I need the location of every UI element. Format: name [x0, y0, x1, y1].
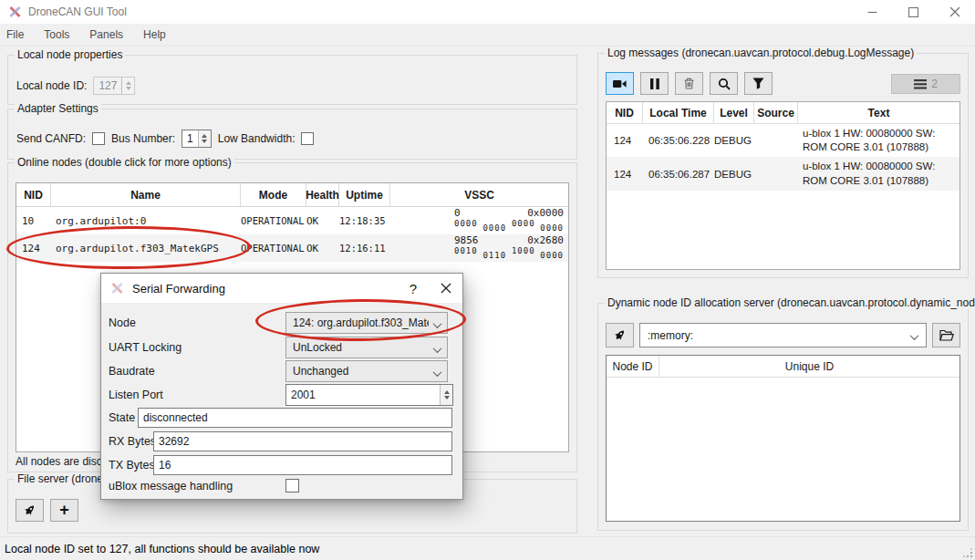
trash-icon	[683, 78, 695, 89]
dialog-title-bar[interactable]: Serial Forwarding ?	[101, 274, 462, 303]
paused-count: 2	[931, 78, 938, 90]
low-bandwidth-label: Low Bandwidth:	[218, 132, 296, 145]
app-icon	[8, 5, 22, 18]
close-button[interactable]	[934, 0, 975, 24]
node-label: Node	[109, 316, 136, 329]
menu-help[interactable]: Help	[133, 28, 176, 41]
status-bar: Local node ID set to 127, all functions …	[0, 536, 975, 560]
group-title: Log messages (dronecan.uavcan.protocol.d…	[605, 47, 917, 59]
listen-port-spinner[interactable]: 2001	[285, 384, 453, 406]
window-controls	[852, 0, 975, 24]
pause-button[interactable]	[640, 72, 669, 95]
spinner-arrows-icon[interactable]	[198, 130, 211, 147]
spinner-arrows-icon[interactable]	[440, 385, 452, 405]
rx-bytes-label: RX Bytes	[109, 435, 156, 448]
start-file-server-button[interactable]	[16, 499, 44, 522]
allocation-table-path-combobox[interactable]: :memory:	[639, 323, 927, 347]
title-bar: DroneCAN GUI Tool	[0, 0, 975, 24]
chevron-down-icon	[910, 331, 919, 340]
dialog-help-button[interactable]: ?	[397, 274, 430, 303]
chevron-down-icon	[433, 344, 442, 353]
spinner-arrows-icon[interactable]	[121, 78, 134, 94]
log-row[interactable]: 124 06:35:06.287 DEBUG u-blox 1 HW: 0008…	[607, 157, 959, 190]
nodes-discovery-status: All nodes are discov	[16, 455, 113, 468]
vssc-bits: 0010 0110 1000 0000	[454, 246, 564, 259]
local-node-id-label: Local node ID:	[16, 79, 87, 92]
send-canfd-label: Send CANFD:	[16, 132, 86, 145]
dialog-title: Serial Forwarding	[132, 282, 225, 296]
dialog-close-button[interactable]	[430, 274, 462, 303]
plus-icon: +	[59, 505, 69, 514]
vssc-decimal: 0	[454, 208, 461, 219]
bus-number-spinner[interactable]: 1	[182, 130, 212, 148]
tx-bytes-field[interactable]: 16	[153, 455, 452, 475]
low-bandwidth-checkbox[interactable]	[301, 132, 314, 145]
state-field[interactable]: disconnected	[138, 408, 452, 428]
baudrate-label: Baudrate	[109, 365, 155, 378]
log-toolbar: 2	[606, 72, 960, 95]
tx-bytes-label: TX Bytes	[109, 459, 155, 472]
browse-file-button[interactable]	[932, 323, 960, 347]
vssc-bits: 0000 0000 0000 0000	[454, 219, 564, 232]
filter-funnel-icon	[752, 78, 764, 89]
start-allocation-server-button[interactable]	[606, 323, 634, 347]
table-header: Node ID Unique ID	[607, 356, 959, 378]
log-messages-group: Log messages (dronecan.uavcan.protocol.d…	[597, 53, 969, 278]
resize-grip[interactable]	[961, 546, 973, 558]
menu-file[interactable]: File	[0, 28, 34, 41]
rocket-icon	[24, 504, 36, 517]
group-title: Local node properties	[15, 48, 125, 61]
vssc-hex: 0x0000	[527, 208, 564, 219]
paused-messages-counter-button[interactable]: 2	[891, 74, 960, 94]
log-messages-table: NID Local Time Level Source Text 124 06:…	[606, 101, 960, 270]
record-button[interactable]	[606, 72, 634, 95]
add-path-button[interactable]: +	[50, 499, 78, 522]
local-node-properties-group: Local node properties Local node ID: 127	[7, 55, 577, 105]
ublox-handling-label: uBlox message handling	[109, 480, 233, 493]
filter-button[interactable]	[744, 72, 773, 95]
table-header: NID Name Mode Health Uptime VSSC	[16, 183, 568, 207]
send-canfd-checkbox[interactable]	[92, 132, 105, 145]
ublox-handling-checkbox[interactable]	[285, 479, 299, 493]
group-title: Online nodes (double click for more opti…	[15, 156, 234, 169]
list-icon	[914, 79, 927, 89]
clear-log-button[interactable]	[675, 72, 703, 95]
app-icon	[110, 282, 124, 295]
group-title: Dynamic node ID allocation server (drone…	[605, 296, 975, 309]
local-node-id-spinner[interactable]: 127	[93, 77, 135, 95]
bus-number-label: Bus Number:	[111, 132, 175, 145]
listen-port-label: Listen Port	[109, 389, 163, 401]
vssc-decimal: 9856	[454, 235, 479, 246]
search-icon	[718, 78, 731, 90]
baudrate-combobox[interactable]: Unchanged	[285, 360, 448, 382]
folder-open-icon	[939, 329, 954, 341]
table-header: NID Local Time Level Source Text	[607, 102, 959, 124]
menu-bar: File Tools Panels Help	[0, 24, 975, 47]
vssc-hex: 0x2680	[527, 235, 564, 246]
chevron-down-icon	[433, 368, 442, 377]
uart-locking-label: UART Locking	[109, 341, 182, 354]
log-row[interactable]: 124 06:35:06.228 DEBUG u-blox 1 HW: 0008…	[607, 124, 959, 157]
menu-tools[interactable]: Tools	[34, 28, 79, 41]
storage-path: :memory:	[648, 329, 693, 342]
maximize-button[interactable]	[893, 0, 934, 24]
adapter-settings-group: Adapter Settings Send CANFD: Bus Number:…	[7, 109, 577, 160]
camera-icon	[613, 78, 627, 89]
allocation-table: Node ID Unique ID	[606, 355, 960, 522]
pause-icon	[650, 78, 659, 89]
minimize-button[interactable]	[852, 0, 893, 24]
state-label: State	[109, 411, 135, 424]
menu-panels[interactable]: Panels	[79, 28, 133, 41]
rx-bytes-field[interactable]: 32692	[153, 431, 452, 451]
group-title: Adapter Settings	[15, 102, 101, 115]
status-text: Local node ID set to 127, all functions …	[5, 543, 319, 555]
dynamic-node-id-group: Dynamic node ID allocation server (drone…	[597, 303, 969, 531]
rocket-icon	[614, 329, 627, 342]
search-button[interactable]	[710, 72, 738, 95]
window-title: DroneCAN GUI Tool	[28, 5, 127, 18]
